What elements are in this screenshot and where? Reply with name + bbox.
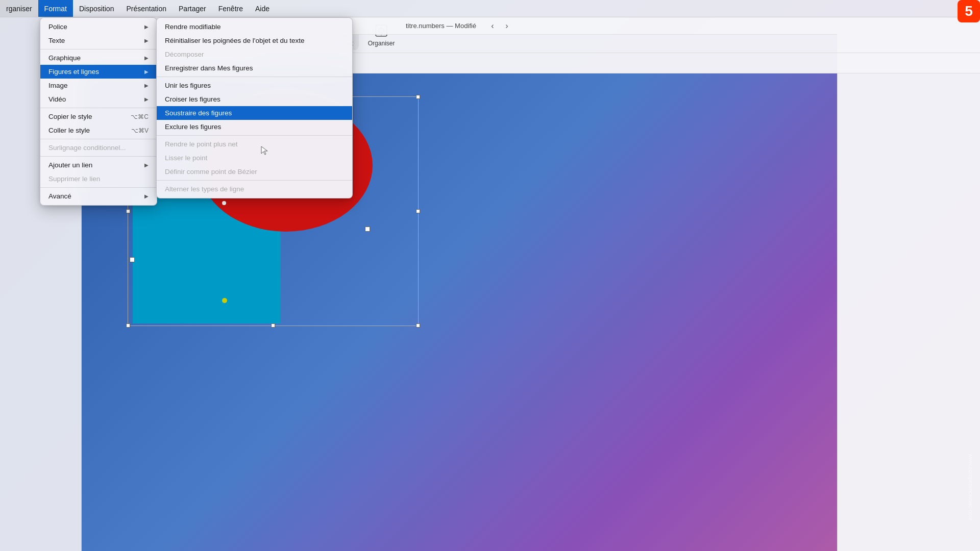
menu-decomposer: Décomposer (157, 47, 352, 61)
video-arrow-icon: ▶ (144, 96, 149, 102)
handle-mr[interactable] (416, 209, 420, 213)
menu-police[interactable]: Police ▶ (40, 20, 157, 34)
separator-4 (40, 156, 157, 157)
menubar-item-presentation[interactable]: Présentation (120, 0, 173, 17)
separator-1 (40, 49, 157, 49)
handle-ml[interactable] (126, 209, 130, 213)
ajouter-lien-arrow-icon: ▶ (144, 162, 149, 168)
avance-arrow-icon: ▶ (144, 193, 149, 199)
menu-copier-style[interactable]: Copier le style ⌥⌘C (40, 110, 157, 123)
menu-exclure[interactable]: Exclure les figures (157, 120, 352, 134)
figures-separator-1 (157, 77, 352, 77)
coller-style-shortcut: ⌥⌘V (131, 127, 149, 134)
watermark: www.competencemac.com (968, 454, 974, 520)
format-panel (837, 17, 980, 551)
graphique-arrow-icon: ▶ (144, 55, 149, 61)
menu-croiser[interactable]: Croiser les figures (157, 92, 352, 106)
menubar-item-organiser[interactable]: rganiser (0, 0, 38, 17)
shape-handle-right-mid[interactable] (365, 227, 370, 232)
figures-arrow-icon: ▶ (144, 69, 149, 74)
menubar-item-aide[interactable]: Aide (249, 0, 276, 17)
window-title: titre.numbers — Modifié (406, 22, 476, 30)
menu-image[interactable]: Image ▶ (40, 79, 157, 92)
format-dropdown-menu: Police ▶ Texte ▶ Graphique ▶ Figures et … (40, 17, 157, 206)
menu-graphique[interactable]: Graphique ▶ (40, 51, 157, 65)
nav-prev-button[interactable]: ‹ (486, 20, 499, 32)
white-center-point[interactable] (222, 201, 226, 205)
menu-surlignage: Surlignage conditionnel... (40, 141, 157, 155)
menubar: rganiser Format Disposition Présentation… (0, 0, 980, 17)
menu-bezier: Définir comme point de Bézier (157, 165, 352, 179)
handle-bl[interactable] (126, 323, 130, 328)
copier-style-shortcut: ⌥⌘C (131, 113, 149, 120)
badge-5: 5 (958, 0, 980, 22)
menubar-item-disposition[interactable]: Disposition (73, 0, 120, 17)
menu-video[interactable]: Vidéo ▶ (40, 92, 157, 106)
menu-reinitialiser[interactable]: Réinitialiser les poignées de l'objet et… (157, 34, 352, 47)
figures-separator-2 (157, 135, 352, 136)
menu-rendre-modifiable[interactable]: Rendre modifiable (157, 20, 352, 34)
handle-br[interactable] (416, 323, 420, 328)
menu-rendre-net: Rendre le point plus net (157, 137, 352, 151)
menu-texte[interactable]: Texte ▶ (40, 34, 157, 47)
menubar-item-fenetre[interactable]: Fenêtre (212, 0, 249, 17)
menu-figures-lignes[interactable]: Figures et lignes ▶ (40, 65, 157, 79)
menubar-item-partager[interactable]: Partager (173, 0, 212, 17)
handle-tr[interactable] (416, 95, 420, 99)
menu-enregistrer-figures[interactable]: Enregistrer dans Mes figures (157, 61, 352, 75)
green-point-tail[interactable] (222, 298, 227, 303)
menu-lisser: Lisser le point (157, 151, 352, 165)
menu-avance[interactable]: Avancé ▶ (40, 189, 157, 203)
texte-arrow-icon: ▶ (144, 38, 149, 43)
menubar-item-format[interactable]: Format (38, 0, 73, 17)
figures-separator-3 (157, 180, 352, 181)
menu-unir[interactable]: Unir les figures (157, 79, 352, 92)
nav-arrows: ‹ › (486, 20, 513, 32)
menu-ajouter-lien[interactable]: Ajouter un lien ▶ (40, 158, 157, 172)
menu-supprimer-lien: Supprimer le lien (40, 172, 157, 186)
separator-3 (40, 139, 157, 139)
menu-coller-style[interactable]: Coller le style ⌥⌘V (40, 123, 157, 137)
separator-2 (40, 108, 157, 108)
menu-alterner: Alterner les types de ligne (157, 182, 352, 196)
menu-soustraire[interactable]: Soustraire des figures (157, 106, 352, 120)
image-arrow-icon: ▶ (144, 83, 149, 88)
figures-submenu: Rendre modifiable Réinitialiser les poig… (156, 17, 353, 198)
nav-next-button[interactable]: › (501, 20, 513, 32)
police-arrow-icon: ▶ (144, 24, 149, 30)
handle-bm[interactable] (271, 323, 275, 328)
shape-handle-mid-left[interactable] (130, 257, 135, 262)
separator-5 (40, 187, 157, 188)
